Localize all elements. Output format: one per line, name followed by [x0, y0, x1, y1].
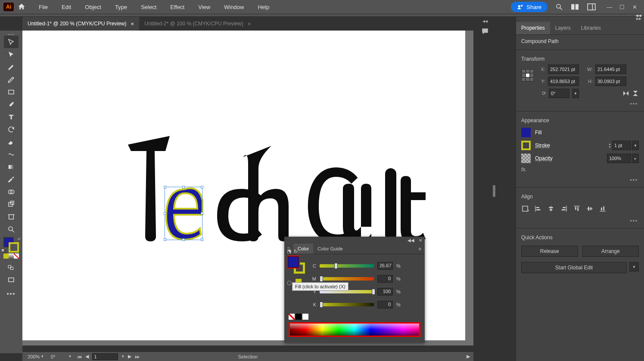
zoom-tool[interactable] — [4, 223, 19, 235]
screen-mode-button[interactable] — [4, 274, 19, 286]
opacity-swatch[interactable] — [521, 154, 531, 163]
expand-strip-icon[interactable]: ◀◀ — [482, 19, 488, 23]
start-global-edit-button[interactable]: Start Global Edit — [521, 262, 627, 273]
artboard-nav-next-icon[interactable]: ▶ — [128, 354, 131, 359]
shape-builder-tool[interactable] — [4, 185, 19, 198]
align-left-icon[interactable] — [534, 205, 542, 213]
zoom-dropdown[interactable]: 200%▼ — [26, 354, 46, 359]
rotation-dropdown-icon[interactable]: ▼ — [572, 89, 579, 98]
swap-fill-stroke-panel-icon[interactable]: ⬔ — [287, 249, 291, 254]
color-mode-solid[interactable] — [3, 253, 9, 259]
align-bottom-icon[interactable] — [599, 205, 607, 213]
eyedropper-tool[interactable] — [4, 173, 19, 185]
menu-help[interactable]: Help — [255, 2, 272, 12]
window-close[interactable]: ✕ — [628, 3, 641, 11]
appearance-more-options[interactable]: ••• — [516, 174, 644, 185]
align-top-icon[interactable] — [573, 205, 581, 213]
c-slider[interactable] — [320, 264, 374, 268]
align-right-icon[interactable] — [560, 205, 568, 213]
menu-edit[interactable]: Edit — [59, 2, 74, 12]
none-swatch[interactable] — [289, 314, 295, 320]
opacity-input[interactable]: 100% — [607, 154, 631, 163]
selection-bounding-box[interactable] — [165, 187, 202, 240]
fill-stroke-swatch[interactable]: ⤾ — [3, 237, 19, 253]
w-input[interactable]: 21.6445 pt — [595, 65, 626, 74]
stroke-weight-input[interactable]: 1 pt — [612, 141, 631, 150]
transform-more-options[interactable]: ••• — [516, 98, 644, 109]
menu-object[interactable]: Object — [82, 2, 104, 12]
flip-horizontal-icon[interactable] — [622, 90, 629, 97]
rotation-dropdown[interactable]: 0°▼ — [49, 354, 73, 359]
color-panel[interactable]: ◀◀ ✕ ⇅ Color Color Guide ≡ ⬔ ↻ ⬡ C 26.67… — [284, 237, 425, 343]
y-value[interactable]: 100 — [377, 288, 393, 296]
workspace-switcher-icon[interactable] — [587, 3, 596, 10]
h-input[interactable]: 30.0903 pt — [595, 77, 626, 86]
m-value[interactable]: 0 — [377, 275, 393, 283]
swap-fill-stroke-icon[interactable]: ⤾ — [17, 236, 21, 241]
libraries-tab[interactable]: Libraries — [576, 22, 606, 34]
home-icon[interactable] — [17, 3, 26, 11]
menu-file[interactable]: File — [36, 2, 50, 12]
last-color-icon[interactable]: ↻ — [294, 249, 298, 254]
out-of-gamut-icon[interactable]: ⬡ — [287, 280, 292, 286]
align-vcenter-icon[interactable] — [586, 205, 594, 213]
artboard-tool[interactable] — [4, 210, 19, 223]
menu-effect[interactable]: Effect — [168, 2, 187, 12]
color-mode-buttons[interactable] — [3, 253, 19, 259]
artboard-dropdown-icon[interactable]: ▼ — [121, 355, 125, 358]
align-to-icon[interactable] — [521, 205, 529, 213]
direct-selection-tool[interactable] — [4, 48, 19, 61]
stroke-weight-dropdown-icon[interactable]: ▼ — [632, 141, 639, 150]
opacity-label[interactable]: Opacity — [535, 155, 553, 161]
align-hcenter-icon[interactable] — [547, 205, 555, 213]
close-panel-icon[interactable]: ✕ — [419, 238, 422, 243]
live-paint-tool[interactable] — [4, 198, 19, 210]
panel-menu-icon[interactable]: ≡ — [415, 246, 425, 251]
m-slider[interactable] — [320, 277, 374, 281]
draw-mode-buttons[interactable] — [4, 261, 19, 274]
stroke-color-swatch[interactable] — [521, 141, 531, 150]
menu-view[interactable]: View — [196, 2, 213, 12]
rotate-tool[interactable] — [4, 123, 19, 136]
color-guide-tab[interactable]: Color Guide — [313, 244, 347, 254]
color-spectrum[interactable] — [289, 322, 420, 337]
fill-label[interactable]: Fill — [535, 130, 541, 136]
flip-vertical-icon[interactable] — [632, 90, 639, 97]
color-mode-gradient[interactable] — [9, 253, 14, 259]
fill-color-swatch[interactable] — [521, 128, 531, 137]
artboard-number-field[interactable]: 1 — [92, 353, 118, 360]
document-tab-2[interactable]: Untitled-2* @ 100 % (CMYK/CPU Preview) × — [139, 17, 256, 31]
tools-drag-handle[interactable]: •••• — [0, 32, 22, 36]
search-icon[interactable] — [555, 3, 563, 11]
pen-tool[interactable] — [4, 61, 19, 73]
menu-type[interactable]: Type — [112, 2, 130, 12]
menu-window[interactable]: Window — [221, 2, 246, 12]
rectangle-tool[interactable] — [4, 86, 19, 98]
share-button[interactable]: Share — [511, 2, 548, 12]
window-minimize[interactable]: — — [604, 3, 616, 11]
rotation-input[interactable]: 0° — [549, 89, 569, 98]
properties-tab[interactable]: Properties — [516, 22, 550, 34]
close-tab-1-icon[interactable]: × — [131, 21, 134, 27]
color-mode-none[interactable] — [14, 253, 19, 259]
stroke-label[interactable]: Stroke — [535, 142, 550, 148]
release-button[interactable]: Release — [521, 246, 578, 257]
collapse-panel-icon[interactable]: ◀◀ — [408, 238, 414, 243]
selection-tool[interactable] — [4, 36, 19, 48]
menu-select[interactable]: Select — [138, 2, 159, 12]
curvature-tool[interactable] — [4, 73, 19, 86]
global-edit-dropdown-icon[interactable]: ▼ — [629, 262, 639, 272]
stroke-swatch[interactable] — [9, 242, 19, 253]
y-input[interactable]: 419.8653 pt — [548, 77, 579, 86]
gradient-tool[interactable] — [4, 160, 19, 173]
width-tool[interactable] — [4, 148, 19, 160]
comments-icon[interactable] — [480, 28, 490, 35]
eraser-tool[interactable] — [4, 136, 19, 148]
panel-fill-swatch[interactable] — [288, 256, 299, 268]
scroll-right-icon[interactable]: ▶ — [467, 354, 470, 359]
opacity-dropdown-icon[interactable]: ▸ — [632, 154, 639, 163]
collapse-properties-icon[interactable]: ▶▶ — [636, 17, 641, 21]
artboard-nav-prev-icon[interactable]: ◀ — [85, 354, 89, 359]
arrange-documents-icon[interactable] — [571, 3, 579, 10]
artboard-nav-last-icon[interactable]: ⏭ — [135, 354, 140, 359]
